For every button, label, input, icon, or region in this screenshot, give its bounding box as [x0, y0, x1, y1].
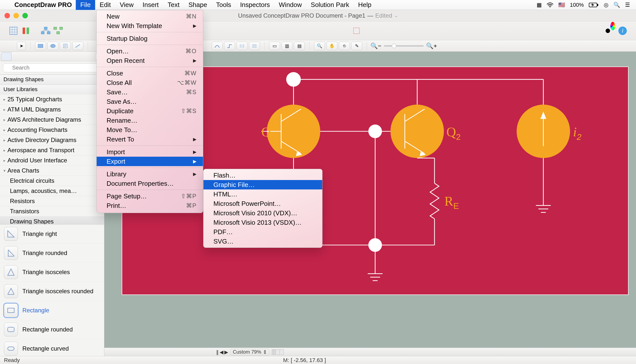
zoom-readout[interactable]: Custom 79% ⇕: [231, 349, 269, 355]
tree-folder[interactable]: ▸AWS Architecture Diagrams: [0, 115, 104, 125]
shape-row[interactable]: Rectangle rounded: [0, 320, 104, 339]
file-menu-item[interactable]: Document Properties…: [97, 179, 203, 188]
file-menu-item[interactable]: Open Recent▶: [97, 56, 203, 65]
tree-folder[interactable]: ▸Aerospace and Transport: [0, 145, 104, 156]
line-tool-button[interactable]: [72, 42, 83, 50]
file-menu-item[interactable]: Page Setup…⇧⌘P: [97, 192, 203, 201]
zoom-button[interactable]: 🔍: [314, 42, 325, 50]
fullscreen-window-button[interactable]: [22, 13, 28, 18]
file-menu-item[interactable]: Open…⌘O: [97, 46, 203, 56]
zoom-slider[interactable]: 🔍− 🔍+: [367, 42, 440, 50]
info-icon[interactable]: i: [617, 26, 627, 36]
menubar-view[interactable]: View: [115, 0, 138, 10]
file-menu-item[interactable]: Save…⌘S: [97, 88, 203, 97]
menubar-edit[interactable]: Edit: [95, 0, 115, 10]
align-button-2[interactable]: ▥: [281, 42, 292, 50]
page-pause-icon[interactable]: ‖: [216, 349, 219, 355]
tree-subfolder[interactable]: Resistors: [0, 196, 104, 206]
curve-tool-button[interactable]: [212, 42, 223, 50]
zoom-thumb[interactable]: [392, 44, 396, 48]
menubar-help[interactable]: Help: [354, 0, 376, 10]
tree-folder-area-charts[interactable]: ▾Area Charts: [0, 166, 104, 176]
sidebar-tab-tree[interactable]: [1, 52, 12, 60]
tree-folder[interactable]: ▸Active Directory Diagrams: [0, 135, 104, 145]
file-menu-item[interactable]: New With Template▶: [97, 21, 203, 30]
title-chevron-icon[interactable]: ⌄: [394, 13, 398, 18]
zoom-track[interactable]: [384, 46, 424, 46]
page-prev-icon[interactable]: ◀: [220, 349, 223, 355]
grid-view-icon[interactable]: [9, 26, 19, 36]
minimize-window-button[interactable]: [14, 13, 19, 18]
file-menu-item[interactable]: Close⌘W: [97, 68, 203, 78]
battery-icon[interactable]: [586, 2, 601, 8]
palette-icon[interactable]: [21, 26, 31, 36]
zoom-stepper-icon[interactable]: ⇕: [263, 349, 267, 355]
tree-folder[interactable]: ▸Accounting Flowcharts: [0, 125, 104, 135]
battery-text[interactable]: 100%: [567, 2, 586, 8]
pencil-button[interactable]: ✎: [351, 42, 362, 50]
file-menu-item[interactable]: Print…⌘P: [97, 201, 203, 210]
tree-subfolder[interactable]: Electrical circuits: [0, 176, 104, 186]
file-menu-item[interactable]: Library▶: [97, 169, 203, 179]
distribute-h-button[interactable]: [237, 42, 247, 50]
file-menu-item[interactable]: Revert To▶: [97, 134, 203, 144]
orgchart-tool-icon[interactable]: [41, 26, 51, 36]
cursor-tool-button[interactable]: ➤: [17, 42, 26, 50]
export-menu-item[interactable]: Flash…: [204, 170, 322, 180]
export-menu-item[interactable]: Microsoft Visio 2010 (VDX)…: [204, 208, 322, 218]
tree-folder[interactable]: ▸Android User Interface: [0, 156, 104, 166]
color-wheel-icon[interactable]: [605, 26, 615, 36]
file-menu-item[interactable]: Rename…: [97, 116, 203, 125]
shape-row[interactable]: Triangle right: [0, 224, 104, 244]
spotlight-icon[interactable]: 🔍: [611, 2, 622, 8]
shape-row-rectangle[interactable]: Rectangle: [0, 301, 104, 320]
menubar-shape[interactable]: Shape: [184, 0, 211, 10]
app-name[interactable]: ConceptDraw PRO: [11, 1, 76, 9]
menubar-file[interactable]: File: [76, 0, 95, 10]
file-menu-item[interactable]: Export▶: [97, 157, 203, 166]
tree-folder[interactable]: ▸ATM UML Diagrams: [0, 104, 104, 115]
tree-section-drawing-shapes[interactable]: Drawing Shapes: [0, 74, 104, 84]
selection-bounds-icon[interactable]: [352, 26, 361, 36]
export-menu-item[interactable]: Microsoft PowerPoint…: [204, 199, 322, 208]
shape-row[interactable]: Rectangle curved: [0, 339, 104, 356]
file-menu-item[interactable]: Close All⌥⌘W: [97, 78, 203, 88]
compass-icon[interactable]: ◎: [601, 2, 611, 8]
grid-status-icon[interactable]: ▦: [534, 2, 544, 8]
menubar-tools[interactable]: Tools: [212, 0, 236, 10]
menubar-window[interactable]: Window: [274, 0, 306, 10]
menubar-text[interactable]: Text: [163, 0, 184, 10]
flag-us-icon[interactable]: 🇺🇸: [556, 2, 567, 8]
file-menu-item[interactable]: Import▶: [97, 147, 203, 157]
tree-folder[interactable]: ▸25 Typical Orgcharts: [0, 94, 104, 104]
menubar-solution-park[interactable]: Solution Park: [306, 0, 354, 10]
zoom-in-icon[interactable]: 🔍+: [426, 42, 437, 50]
tree-subfolder[interactable]: Transistors: [0, 206, 104, 216]
shape-row[interactable]: Triangle rounded: [0, 244, 104, 263]
export-menu-item[interactable]: Graphic File…: [204, 180, 322, 190]
rect-tool-button[interactable]: [35, 42, 46, 50]
align-button-3[interactable]: ▤: [294, 42, 305, 50]
export-menu-item[interactable]: PDF…: [204, 227, 322, 236]
page-thumb[interactable]: [276, 349, 280, 355]
tree-subfolder-drawing-shapes[interactable]: Drawing Shapes: [0, 216, 104, 224]
shape-row[interactable]: Triangle isosceles rounded: [0, 282, 104, 301]
file-menu-item[interactable]: New⌘N: [97, 12, 203, 21]
menu-extras-icon[interactable]: ☰: [622, 2, 632, 8]
tree-section-user-libraries[interactable]: User Libraries: [0, 84, 104, 94]
page-thumb[interactable]: [280, 349, 284, 355]
file-menu-item[interactable]: Save As…: [97, 97, 203, 106]
window-title[interactable]: Unsaved ConceptDraw PRO Document - Page1…: [238, 12, 398, 19]
align-button-1[interactable]: ▭: [269, 42, 280, 50]
connector-tool-button[interactable]: [224, 42, 235, 50]
export-menu-item[interactable]: HTML…: [204, 190, 322, 199]
export-menu-item[interactable]: SVG…: [204, 236, 322, 246]
orgchart-alt-icon[interactable]: [53, 26, 63, 36]
page-thumb[interactable]: [272, 349, 276, 355]
distribute-v-button[interactable]: [249, 42, 260, 50]
menubar-inspectors[interactable]: Inspectors: [236, 0, 274, 10]
menubar-insert[interactable]: Insert: [138, 0, 163, 10]
shape-row[interactable]: Triangle isosceles: [0, 263, 104, 282]
tree-subfolder[interactable]: Lamps, acoustics, mea…: [0, 186, 104, 196]
zoom-out-icon[interactable]: 🔍−: [370, 42, 381, 50]
